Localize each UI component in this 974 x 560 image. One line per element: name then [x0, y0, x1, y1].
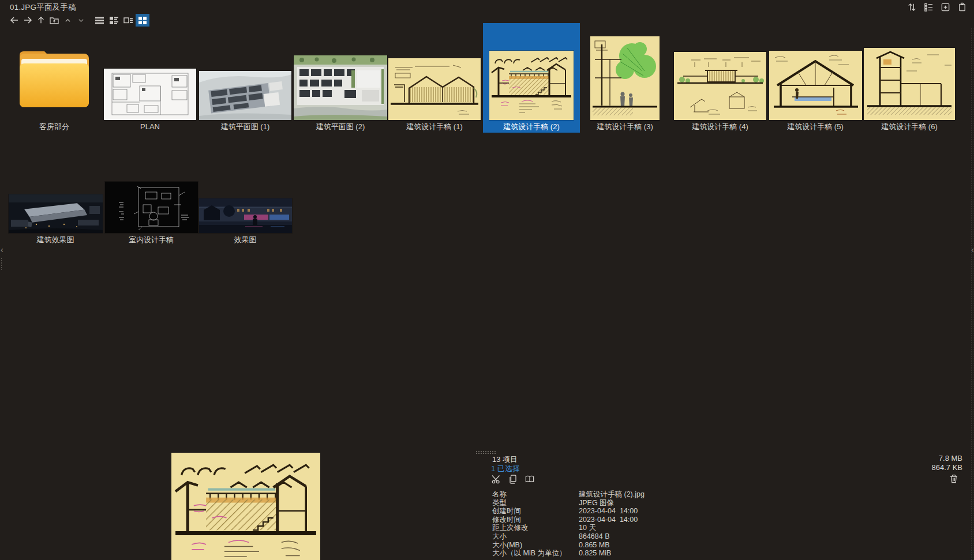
property-label: 距上次修改: [492, 524, 579, 532]
file-label: 建筑效果图: [37, 235, 74, 245]
file-tile[interactable]: 建筑设计手稿 (4): [673, 23, 767, 131]
preview-pane: [171, 453, 320, 560]
image-thumbnail: [864, 48, 955, 120]
property-label: 类型: [492, 499, 579, 508]
file-tile-selected-inner: 建筑设计手稿 (2): [484, 23, 579, 131]
file-label: 建筑平面图 (2): [316, 122, 365, 131]
right-panel-expand-icon[interactable]: ‹: [971, 246, 974, 253]
file-label: 建筑设计手稿 (6): [881, 122, 938, 131]
file-properties-table: 名称建筑设计手稿 (2).jpg 类型JPEG 图像 创建时间2023-04-0…: [492, 490, 645, 558]
file-label: 客房部分: [39, 122, 69, 131]
property-value: 10 天: [579, 524, 645, 532]
window-title: 01.JPG平面及手稿: [10, 2, 76, 13]
image-thumbnail: [9, 194, 103, 233]
left-panel-drag-handle[interactable]: [1, 257, 3, 270]
left-panel-expand-icon[interactable]: ‹: [1, 246, 3, 253]
image-thumbnail: [104, 69, 196, 120]
select-details-icon[interactable]: [923, 2, 934, 12]
panel-drag-handle[interactable]: [475, 450, 496, 454]
image-thumbnail: [674, 52, 766, 120]
image-thumbnail: [294, 55, 387, 120]
folder-thumbnail: [16, 46, 92, 111]
file-action-bar: [491, 474, 535, 484]
property-value: 2023-04-04 14:00: [579, 516, 645, 524]
file-tile[interactable]: 室内设计手稿: [104, 179, 198, 245]
file-label: 建筑平面图 (1): [221, 122, 270, 131]
file-tile[interactable]: 建筑设计手稿 (3): [578, 23, 672, 131]
property-value: 2023-04-04 14:00: [579, 507, 645, 516]
property-label: 大小（以 MiB 为单位）: [492, 549, 579, 558]
selected-count-link[interactable]: 1 已选择: [491, 464, 520, 474]
new-item-icon[interactable]: [940, 2, 950, 12]
property-label: 创建时间: [492, 507, 579, 516]
file-label: 室内设计手稿: [129, 235, 174, 245]
paste-icon[interactable]: [957, 2, 967, 12]
file-tile[interactable]: PLAN: [103, 23, 197, 131]
file-tile[interactable]: 建筑设计手稿 (5): [768, 23, 863, 131]
property-label: 修改时间: [492, 516, 579, 524]
image-thumbnail: [199, 71, 291, 120]
image-thumbnail: [388, 58, 481, 120]
image-thumbnail: [105, 182, 198, 233]
open-book-icon[interactable]: [525, 474, 535, 484]
image-thumbnail: [489, 51, 574, 120]
image-thumbnail: [199, 198, 292, 233]
file-label: 建筑设计手稿 (2): [503, 122, 560, 131]
copy-icon[interactable]: [508, 474, 518, 484]
file-label: 建筑设计手稿 (3): [597, 122, 653, 131]
property-value: JPEG 图像: [579, 499, 645, 508]
preview-image: [171, 453, 320, 560]
selected-size: 864.7 KB: [932, 463, 963, 472]
file-label: 效果图: [234, 235, 257, 245]
cut-icon[interactable]: [491, 474, 501, 484]
file-tile[interactable]: 建筑平面图 (2): [293, 23, 388, 131]
sort-icon[interactable]: [906, 2, 917, 12]
property-value: 0.825 MiB: [579, 549, 645, 558]
trash-icon[interactable]: [948, 473, 960, 484]
image-thumbnail: [590, 36, 660, 120]
file-tile[interactable]: 建筑效果图: [8, 179, 103, 245]
property-label: 大小: [492, 532, 579, 541]
right-edge-scroll-strip[interactable]: [971, 28, 973, 560]
selected-file-tile[interactable]: 建筑设计手稿 (2): [483, 23, 580, 133]
property-value: 建筑设计手稿 (2).jpg: [579, 490, 645, 499]
file-label: 建筑设计手稿 (4): [692, 122, 748, 131]
titlebar-actions: [906, 2, 967, 12]
file-tile[interactable]: 效果图: [198, 179, 293, 245]
total-size: 7.8 MB: [939, 454, 962, 463]
property-value: 864684 B: [579, 532, 645, 541]
file-tile[interactable]: 建筑平面图 (1): [198, 23, 293, 131]
file-tile[interactable]: 建筑设计手稿 (1): [387, 23, 482, 131]
property-label: 名称: [492, 490, 579, 499]
file-label: PLAN: [140, 122, 160, 131]
file-manager-window: { "window": { "title": "01.JPG平面及手稿" }, …: [0, 0, 974, 560]
file-tile-folder[interactable]: 客房部分: [7, 23, 102, 131]
file-label: 建筑设计手稿 (5): [787, 122, 844, 131]
property-value: 0.865 MB: [579, 541, 645, 550]
property-label: 大小(MB): [492, 541, 579, 550]
file-label: 建筑设计手稿 (1): [406, 122, 463, 131]
file-tile[interactable]: 建筑设计手稿 (6): [862, 23, 957, 131]
image-thumbnail: [769, 51, 862, 120]
